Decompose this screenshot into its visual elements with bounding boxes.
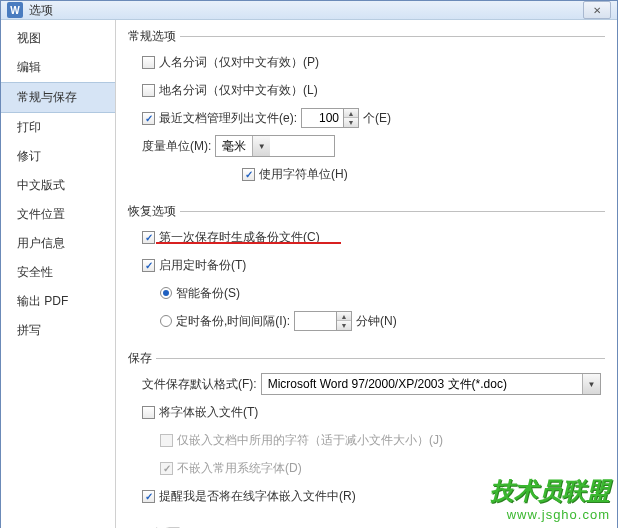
checkbox-no-common-fonts — [160, 462, 173, 475]
legend-save: 保存 — [128, 350, 605, 367]
radio-smart-backup[interactable] — [160, 287, 172, 299]
checkbox-first-save-backup[interactable] — [142, 231, 155, 244]
app-icon: W — [7, 2, 23, 18]
checkbox-place-seg[interactable] — [142, 84, 155, 97]
spinner-up-icon[interactable]: ▲ — [337, 312, 351, 321]
sidebar-item-print[interactable]: 打印 — [1, 113, 115, 142]
label-default-format: 文件保存默认格式(F): — [142, 376, 257, 393]
checkbox-embed-used-only — [160, 434, 173, 447]
sidebar-item-user-info[interactable]: 用户信息 — [1, 229, 115, 258]
legend-general: 常规选项 — [128, 28, 605, 45]
label-embed-used-only: 仅嵌入文档中所用的字符（适于减小文件大小）(J) — [177, 432, 443, 449]
sidebar-item-output-pdf[interactable]: 输出 PDF — [1, 287, 115, 316]
label-name-seg: 人名分词（仅对中文有效）(P) — [159, 54, 319, 71]
checkbox-remind-online-fonts[interactable] — [142, 490, 155, 503]
close-button[interactable]: ✕ — [583, 1, 611, 19]
dialog-body: 视图 编辑 常规与保存 打印 修订 中文版式 文件位置 用户信息 安全性 输出 … — [1, 20, 617, 528]
sidebar-item-cjk-layout[interactable]: 中文版式 — [1, 171, 115, 200]
sidebar-item-security[interactable]: 安全性 — [1, 258, 115, 287]
sidebar-item-view[interactable]: 视图 — [1, 24, 115, 53]
dropdown-default-format-value: Microsoft Word 97/2000/XP/2003 文件(*.doc) — [262, 374, 582, 394]
spinner-backup-interval-input[interactable] — [294, 311, 336, 331]
label-recent-docs: 最近文档管理列出文件(e): — [159, 110, 297, 127]
checkbox-embed-fonts[interactable] — [142, 406, 155, 419]
label-backup-unit: 分钟(N) — [356, 313, 397, 330]
checkbox-name-seg[interactable] — [142, 56, 155, 69]
sidebar-item-revision[interactable]: 修订 — [1, 142, 115, 171]
label-timed-interval: 定时备份,时间间隔(I): — [176, 313, 290, 330]
fieldset-recovery: 恢复选项 第一次保存时生成备份文件(C) 启用定时备份(T) — [128, 203, 605, 342]
label-first-save-backup: 第一次保存时生成备份文件(C) — [159, 229, 320, 246]
window-title: 选项 — [29, 2, 583, 19]
sidebar-item-edit[interactable]: 编辑 — [1, 53, 115, 82]
spinner-down-icon[interactable]: ▼ — [337, 321, 351, 330]
options-dialog: W 选项 ✕ 视图 编辑 常规与保存 打印 修订 中文版式 文件位置 用户信息 … — [0, 0, 618, 528]
fieldset-general: 常规选项 人名分词（仅对中文有效）(P) 地名分词（仅对中文有效）(L) — [128, 28, 605, 195]
chevron-down-icon[interactable]: ▼ — [582, 374, 600, 394]
legend-recovery: 恢复选项 — [128, 203, 605, 220]
content-panel: 常规选项 人名分词（仅对中文有效）(P) 地名分词（仅对中文有效）(L) — [116, 20, 617, 528]
label-recent-docs-unit: 个(E) — [363, 110, 391, 127]
label-smart-backup: 智能备份(S) — [176, 285, 240, 302]
dropdown-measure-unit[interactable]: 毫米 ▼ — [215, 135, 335, 157]
sidebar-item-spelling[interactable]: 拼写 — [1, 316, 115, 345]
label-remind-online-fonts: 提醒我是否将在线字体嵌入文件中(R) — [159, 488, 356, 505]
radio-timed-backup[interactable] — [160, 315, 172, 327]
label-no-common-fonts: 不嵌入常用系统字体(D) — [177, 460, 302, 477]
dropdown-default-format[interactable]: Microsoft Word 97/2000/XP/2003 文件(*.doc)… — [261, 373, 601, 395]
checkbox-recent-docs[interactable] — [142, 112, 155, 125]
titlebar: W 选项 ✕ — [1, 1, 617, 20]
checkbox-timed-backup[interactable] — [142, 259, 155, 272]
label-measure-unit: 度量单位(M): — [142, 138, 211, 155]
spinner-up-icon[interactable]: ▲ — [344, 109, 358, 118]
spinner-recent-docs-input[interactable] — [301, 108, 343, 128]
fieldset-save: 保存 文件保存默认格式(F): Microsoft Word 97/2000/X… — [128, 350, 605, 517]
label-embed-fonts: 将字体嵌入文件(T) — [159, 404, 258, 421]
checkbox-char-unit[interactable] — [242, 168, 255, 181]
spinner-recent-docs[interactable]: ▲ ▼ — [301, 108, 359, 128]
spinner-down-icon[interactable]: ▼ — [344, 118, 358, 127]
spinner-backup-interval[interactable]: ▲ ▼ — [294, 311, 352, 331]
sidebar-item-general-save[interactable]: 常规与保存 — [1, 82, 115, 113]
dropdown-measure-value: 毫米 — [216, 136, 252, 156]
sidebar: 视图 编辑 常规与保存 打印 修订 中文版式 文件位置 用户信息 安全性 输出 … — [1, 20, 116, 528]
label-place-seg: 地名分词（仅对中文有效）(L) — [159, 82, 318, 99]
label-timed-backup: 启用定时备份(T) — [159, 257, 246, 274]
sidebar-item-file-location[interactable]: 文件位置 — [1, 200, 115, 229]
chevron-down-icon[interactable]: ▼ — [252, 136, 270, 156]
label-char-unit: 使用字符单位(H) — [259, 166, 348, 183]
